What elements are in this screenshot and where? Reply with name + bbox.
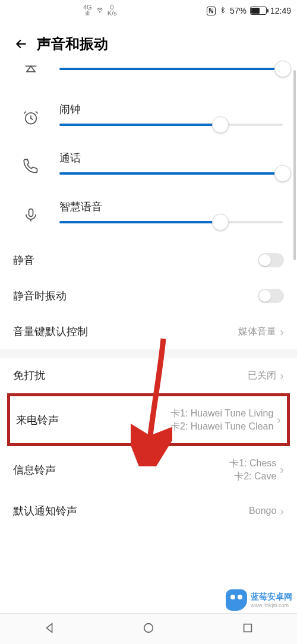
svg-point-3 bbox=[144, 623, 153, 632]
slider-track[interactable] bbox=[59, 221, 283, 223]
header: 声音和振动 bbox=[0, 21, 297, 61]
row-value-line2: 卡2: Huawei Tune Clean bbox=[170, 420, 273, 433]
row-label: 音量键默认控制 bbox=[13, 324, 88, 339]
cast-icon bbox=[14, 61, 48, 77]
watermark-title: 蓝莓安卓网 bbox=[251, 592, 292, 602]
status-bar: 4G ill 0 K/s ℕ 57% 12:49 bbox=[0, 0, 297, 21]
section-divider bbox=[0, 349, 297, 358]
row-label: 免打扰 bbox=[13, 368, 45, 383]
row-volume-key[interactable]: 音量键默认控制 媒体音量 › bbox=[0, 314, 297, 349]
row-label: 来电铃声 bbox=[16, 413, 59, 427]
row-dnd[interactable]: 免打扰 已关闭 › bbox=[0, 358, 297, 393]
slider-label: 通话 bbox=[59, 151, 283, 165]
phone-icon bbox=[14, 158, 48, 175]
back-button[interactable] bbox=[10, 32, 33, 56]
row-value: Bongo bbox=[249, 506, 276, 516]
status-right: ℕ 57% 12:49 bbox=[207, 6, 291, 16]
nav-recents-button[interactable] bbox=[241, 621, 254, 637]
toggle-mute[interactable] bbox=[258, 253, 284, 267]
slider-call[interactable]: 通话 bbox=[0, 145, 297, 194]
row-mute-vibrate[interactable]: 静音时振动 bbox=[0, 278, 297, 314]
row-notification-tone[interactable]: 默认通知铃声 Bongo › bbox=[0, 493, 297, 529]
alarm-icon bbox=[14, 109, 48, 126]
slider-track[interactable] bbox=[59, 124, 283, 126]
row-value: 已关闭 bbox=[248, 370, 276, 382]
speed-unit: K/s bbox=[108, 11, 117, 17]
row-value: 媒体音量 bbox=[238, 326, 276, 338]
watermark-logo-icon bbox=[226, 589, 247, 611]
row-value-line2: 卡2: Cave bbox=[234, 470, 276, 483]
scroll-indicator[interactable] bbox=[293, 70, 296, 260]
highlight-annotation: 来电铃声 卡1: Huawei Tune Living 卡2: Huawei T… bbox=[7, 393, 290, 446]
battery-icon bbox=[250, 7, 267, 15]
row-label: 静音时振动 bbox=[13, 289, 67, 303]
row-label: 信息铃声 bbox=[13, 463, 56, 477]
row-mute[interactable]: 静音 bbox=[0, 242, 297, 278]
row-ringtone[interactable]: 来电铃声 卡1: Huawei Tune Living 卡2: Huawei T… bbox=[10, 396, 287, 443]
watermark: 蓝莓安卓网 www.lmkjst.com bbox=[226, 589, 292, 611]
nav-bar bbox=[0, 613, 297, 644]
chevron-right-icon: › bbox=[277, 413, 281, 427]
row-label: 默认通知铃声 bbox=[13, 504, 77, 518]
chevron-right-icon: › bbox=[280, 325, 284, 339]
svg-rect-2 bbox=[29, 209, 33, 217]
nav-home-button[interactable] bbox=[142, 621, 155, 637]
svg-point-0 bbox=[99, 11, 100, 12]
row-value-line1: 卡1: Chess bbox=[229, 457, 276, 470]
signal-icon: ill bbox=[83, 11, 92, 17]
status-left: 4G ill 0 K/s bbox=[83, 5, 117, 17]
mic-icon bbox=[14, 207, 48, 223]
watermark-url: www.lmkjst.com bbox=[251, 602, 292, 608]
slider-label: 闹钟 bbox=[59, 102, 283, 116]
toggle-mute-vibrate[interactable] bbox=[258, 289, 284, 303]
svg-rect-4 bbox=[244, 624, 251, 632]
wifi-icon bbox=[96, 6, 104, 15]
slider-media[interactable] bbox=[0, 61, 297, 96]
chevron-right-icon: › bbox=[280, 463, 284, 476]
slider-track[interactable] bbox=[59, 68, 283, 70]
clock: 12:49 bbox=[270, 6, 291, 15]
slider-label: 智慧语音 bbox=[59, 200, 283, 214]
chevron-right-icon: › bbox=[280, 369, 284, 383]
row-label: 静音 bbox=[13, 253, 34, 267]
slider-voice[interactable]: 智慧语音 bbox=[0, 194, 297, 242]
chevron-right-icon: › bbox=[280, 504, 284, 518]
slider-track[interactable] bbox=[59, 172, 283, 175]
battery-pct: 57% bbox=[230, 6, 247, 15]
nav-back-button[interactable] bbox=[43, 621, 56, 637]
slider-alarm[interactable]: 闹钟 bbox=[0, 96, 297, 145]
row-value-line1: 卡1: Huawei Tune Living bbox=[170, 407, 273, 420]
bluetooth-icon bbox=[219, 6, 226, 16]
page-title: 声音和振动 bbox=[37, 34, 108, 53]
nfc-icon: ℕ bbox=[207, 7, 216, 15]
row-message-tone[interactable]: 信息铃声 卡1: Chess 卡2: Cave › bbox=[0, 446, 297, 493]
